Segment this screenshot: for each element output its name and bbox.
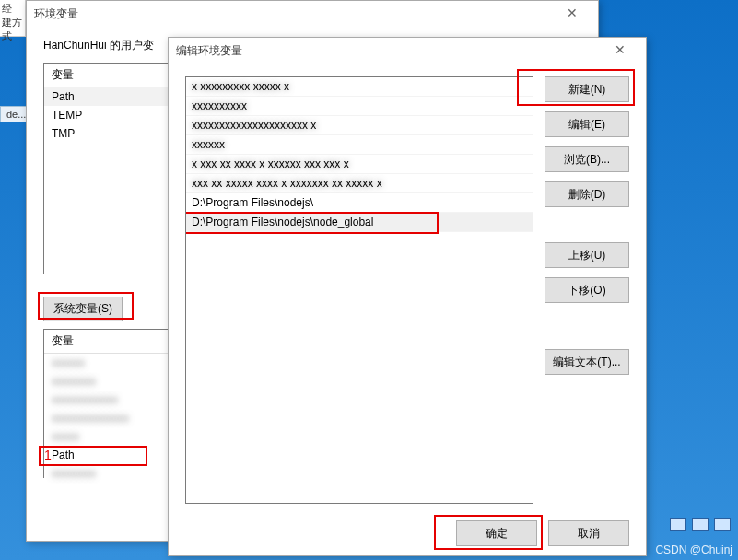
edit-buttons-column: 新建(N) 编辑(E) 浏览(B)... 删除(D) 上移(U) 下移(O) 编… [545,76,629,504]
path-entries-list[interactable]: x xxxxxxxxx xxxxx x xxxxxxxxxx xxxxxxxxx… [185,76,533,504]
annotation-number-1: 1 [44,448,52,462]
annotation-box-path [39,446,147,466]
move-up-button[interactable]: 上移(U) [545,242,629,268]
path-item[interactable]: xxxxxxxxxxxxxxxxxxxxx x [186,116,533,135]
edit-text-button[interactable]: 编辑文本(T)... [545,349,629,375]
edit-button[interactable]: 编辑(E) [545,111,629,137]
path-item[interactable]: xxx xx xxxxx xxxx x xxxxxxx xx xxxxx x [186,174,533,193]
annotation-box-1 [38,292,134,320]
annotation-box-2 [517,69,635,106]
tray-icon[interactable] [692,518,709,531]
edit-titlebar: 编辑环境变量 ✕ [169,38,646,64]
env-title: 环境变量 [34,6,78,22]
path-item[interactable]: x xxxxxxxxx xxxxx x [186,77,533,97]
browse-button[interactable]: 浏览(B)... [545,146,629,172]
delete-button[interactable]: 删除(D) [545,181,629,207]
tray-icon[interactable] [714,518,731,531]
edit-title: 编辑环境变量 [176,43,242,59]
dialog-footer: 确定 取消 [185,515,629,546]
system-tray [670,518,731,531]
annotation-box-3 [185,212,439,234]
tray-icon[interactable] [670,518,686,531]
move-down-button[interactable]: 下移(O) [545,277,629,303]
close-icon[interactable]: ✕ [602,40,638,62]
path-item[interactable]: xxxxxxxxxx [186,97,533,116]
cancel-button[interactable]: 取消 [548,520,629,546]
env-titlebar: 环境变量 ✕ [27,1,598,27]
left-window-fragment: 经 建方式 [0,0,26,37]
path-item[interactable]: D:\Program Files\nodejs\ [186,193,533,213]
watermark: CSDN @Chuinj [655,543,732,556]
path-item[interactable]: x xxx xx xxxx x xxxxxx xxx xxx x [186,155,533,174]
path-item[interactable]: xxxxxx [186,135,533,155]
close-icon[interactable]: ✕ [554,3,591,25]
edit-env-dialog: 编辑环境变量 ✕ x xxxxxxxxx xxxxx x xxxxxxxxxx … [168,37,647,556]
annotation-box-4 [434,515,543,550]
